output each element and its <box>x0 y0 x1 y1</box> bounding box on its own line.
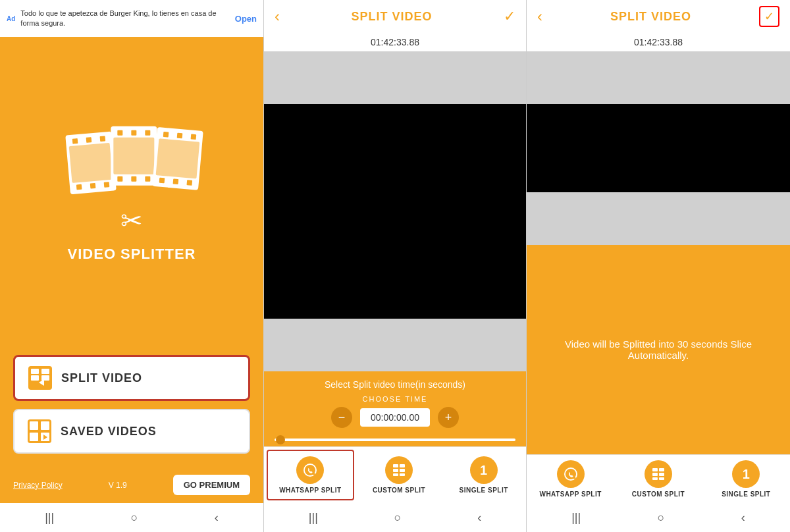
svg-rect-16 <box>400 469 405 472</box>
time-display: 00:00:00.00 <box>360 408 430 427</box>
panel3-nav-home-icon[interactable]: ○ <box>658 511 665 525</box>
tab-custom-split[interactable]: CUSTOM SPLIT <box>357 447 442 503</box>
whatsapp-split-label: WHATSAPP SPLIT <box>279 487 341 494</box>
go-premium-button[interactable]: GO PREMIUM <box>173 475 250 495</box>
panel2-split-controls: Select Split video time(in seconds) CHOO… <box>264 371 526 436</box>
panel3-tab-custom-split[interactable]: CUSTOM SPLIT <box>614 455 702 503</box>
split-video-button[interactable]: SPLIT VIDEO <box>13 355 250 401</box>
saved-videos-button[interactable]: SAVED VIDEOS <box>13 409 250 454</box>
panel1-nav-bar: ||| ○ ‹ <box>0 503 263 532</box>
panel2-timestamp: 01:42:33.88 <box>264 33 526 51</box>
main-menu-panel: Ad Todo lo que te apetezca de Burger Kin… <box>0 0 263 532</box>
panel2-header: ‹ SPLIT VIDEO ✓ <box>264 0 526 33</box>
panel3-video-black-area <box>527 104 790 192</box>
svg-rect-17 <box>393 473 398 476</box>
tab-single-split[interactable]: 1 SINGLE SPLIT <box>441 447 526 503</box>
panel3-custom-icon <box>651 467 666 481</box>
split-done-panel: ‹ SPLIT VIDEO ✓ 01:42:33.88 Video will b… <box>527 0 790 532</box>
version-text: V 1.9 <box>109 481 127 490</box>
svg-rect-15 <box>393 469 398 472</box>
panel2-progress-bar-area <box>264 436 526 446</box>
panel3-video-grey-bottom <box>527 192 790 245</box>
video-grey-top <box>264 51 526 104</box>
panel3-header: ‹ SPLIT VIDEO ✓ <box>527 0 790 33</box>
svg-rect-1 <box>31 369 39 374</box>
panel3-single-split-number: 1 <box>743 467 750 482</box>
time-decrease-button[interactable]: − <box>331 407 352 428</box>
saved-videos-icon <box>28 419 51 443</box>
split-video-panel: ‹ SPLIT VIDEO ✓ 01:42:33.88 Select Split… <box>263 0 527 532</box>
whatsapp-icon <box>303 463 317 477</box>
panel3-tab-bar: WHATSAPP SPLIT CUSTOM SPLIT 1 SINGLE SPL… <box>527 454 790 503</box>
svg-rect-2 <box>41 369 49 374</box>
video-grey-bottom <box>264 319 526 371</box>
time-row: − 00:00:00.00 + <box>275 407 515 428</box>
svg-rect-23 <box>659 473 664 476</box>
svg-rect-24 <box>652 477 658 480</box>
progress-track[interactable] <box>275 439 515 441</box>
time-increase-button[interactable]: + <box>438 407 459 428</box>
panel3-tab-whatsapp-split[interactable]: WHATSAPP SPLIT <box>527 455 614 503</box>
svg-rect-21 <box>659 468 664 471</box>
custom-split-label: CUSTOM SPLIT <box>373 487 425 494</box>
nav-menu-icon[interactable]: ||| <box>45 511 54 525</box>
logo-area: ✂ VIDEO SPLITTER <box>0 37 263 355</box>
scissors-icon: ✂ <box>120 205 143 236</box>
ad-open-button[interactable]: Open <box>235 14 257 24</box>
privacy-policy-link[interactable]: Privacy Policy <box>13 481 63 490</box>
svg-rect-4 <box>41 375 49 381</box>
panel2-nav-home-icon[interactable]: ○ <box>394 511 402 525</box>
split-video-label: SPLIT VIDEO <box>61 371 142 385</box>
panel3-single-split-label: SINGLE SPLIT <box>722 491 770 498</box>
svg-rect-3 <box>31 375 39 381</box>
panel3-title: SPLIT VIDEO <box>610 10 691 24</box>
film-strip-2 <box>111 126 157 185</box>
custom-split-icon <box>385 456 413 484</box>
saved-videos-label: SAVED VIDEOS <box>61 425 157 439</box>
single-split-label: SINGLE SPLIT <box>460 487 508 494</box>
panel2-nav-back-icon[interactable]: ‹ <box>477 511 481 525</box>
svg-rect-9 <box>30 433 38 441</box>
panel2-video-preview <box>264 51 526 371</box>
panel3-nav-bar: ||| ○ ‹ <box>527 503 790 532</box>
film-strip-1 <box>65 131 117 194</box>
panel3-whatsapp-split-icon <box>557 460 585 488</box>
svg-rect-13 <box>393 464 398 467</box>
panel3-back-button[interactable]: ‹ <box>537 7 542 26</box>
custom-icon <box>392 463 406 477</box>
svg-rect-20 <box>652 468 658 471</box>
panel2-nav-bar: ||| ○ ‹ <box>264 503 526 532</box>
ad-icon: Ad <box>7 15 15 22</box>
panel1-footer: Privacy Policy V 1.9 GO PREMIUM <box>0 467 263 503</box>
panel3-custom-split-label: CUSTOM SPLIT <box>632 491 685 498</box>
svg-rect-18 <box>400 473 405 476</box>
svg-rect-8 <box>41 421 49 430</box>
svg-rect-25 <box>659 477 664 480</box>
panel3-whatsapp-icon <box>564 467 578 481</box>
nav-home-icon[interactable]: ○ <box>131 511 138 525</box>
panel2-check-button[interactable]: ✓ <box>504 8 515 25</box>
panel3-nav-menu-icon[interactable]: ||| <box>571 511 581 525</box>
panel3-check-button[interactable]: ✓ <box>759 6 779 27</box>
panel3-whatsapp-split-label: WHATSAPP SPLIT <box>539 491 601 498</box>
panel3-custom-split-icon <box>645 460 672 488</box>
svg-rect-14 <box>400 464 405 467</box>
panel3-single-split-icon: 1 <box>732 460 760 488</box>
panel2-nav-menu-icon[interactable]: ||| <box>309 511 318 525</box>
split-controls-title: Select Split video time(in seconds) <box>275 379 515 390</box>
progress-thumb[interactable] <box>276 435 285 444</box>
tab-whatsapp-split[interactable]: WHATSAPP SPLIT <box>267 450 354 500</box>
ad-text: Todo lo que te apetezca de Burger King, … <box>20 9 229 29</box>
panel3-nav-back-icon[interactable]: ‹ <box>741 511 745 525</box>
panel3-video-preview <box>527 51 790 245</box>
panel3-timestamp: 01:42:33.88 <box>527 33 790 51</box>
svg-rect-7 <box>30 421 38 430</box>
panel3-message-area: Video will be Splitted into 30 seconds S… <box>527 245 790 454</box>
nav-back-icon[interactable]: ‹ <box>215 511 219 525</box>
panel3-tab-single-split[interactable]: 1 SINGLE SPLIT <box>702 455 790 503</box>
whatsapp-split-icon <box>296 456 324 484</box>
panel2-tab-bar: WHATSAPP SPLIT CUSTOM SPLIT 1 SINGLE SPL… <box>264 446 526 503</box>
panel2-back-button[interactable]: ‹ <box>275 7 280 26</box>
ad-banner: Ad Todo lo que te apetezca de Burger Kin… <box>0 0 263 37</box>
panel3-message: Video will be Splitted into 30 seconds S… <box>537 328 779 371</box>
